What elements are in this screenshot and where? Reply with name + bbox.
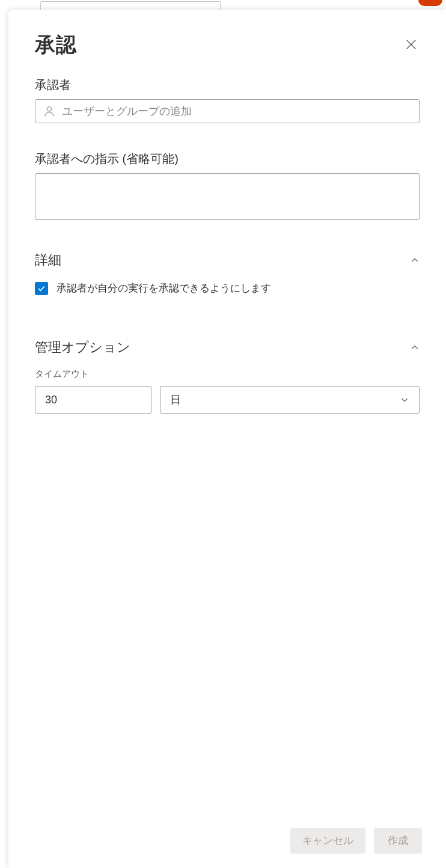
details-title: 詳細 [35,251,61,269]
close-icon [405,38,418,51]
checkmark-icon [37,284,46,293]
approvers-input[interactable] [62,105,412,118]
svg-point-2 [47,107,51,111]
create-button[interactable]: 作成 [374,828,422,854]
timeout-unit-value: 日 [170,393,181,407]
chevron-down-icon [400,395,409,405]
approval-panel: 承認 承認者 承認者への指示 (省略可能) 詳細 [8,10,446,868]
chevron-up-icon [410,343,420,352]
management-section-header[interactable]: 管理オプション [35,338,420,356]
chevron-up-icon [410,255,420,265]
approvers-input-wrap[interactable] [35,99,420,123]
details-section-header[interactable]: 詳細 [35,251,420,269]
backdrop-avatar [418,0,442,6]
timeout-value-input[interactable] [35,386,151,414]
management-title: 管理オプション [35,338,130,356]
panel-header: 承認 [8,10,446,73]
cancel-button[interactable]: キャンセル [290,828,365,854]
panel-footer: キャンセル 作成 [8,816,446,868]
self-approve-row: 承認者が自分の実行を承認できるようにします [35,281,420,295]
self-approve-checkbox[interactable] [35,282,48,295]
timeout-unit-select[interactable]: 日 [160,386,420,414]
timeout-row: 日 [35,386,420,414]
self-approve-label: 承認者が自分の実行を承認できるようにします [57,281,271,295]
instructions-wrap[interactable] [35,173,420,220]
instructions-label: 承認者への指示 (省略可能) [35,151,420,167]
panel-body: 承認者 承認者への指示 (省略可能) 詳細 承認者が自分 [8,73,446,816]
instructions-textarea[interactable] [43,181,412,212]
panel-title: 承認 [35,31,77,59]
timeout-label: タイムアウト [35,368,420,380]
close-button[interactable] [403,36,420,53]
approvers-label: 承認者 [35,77,420,93]
person-icon [43,105,56,118]
